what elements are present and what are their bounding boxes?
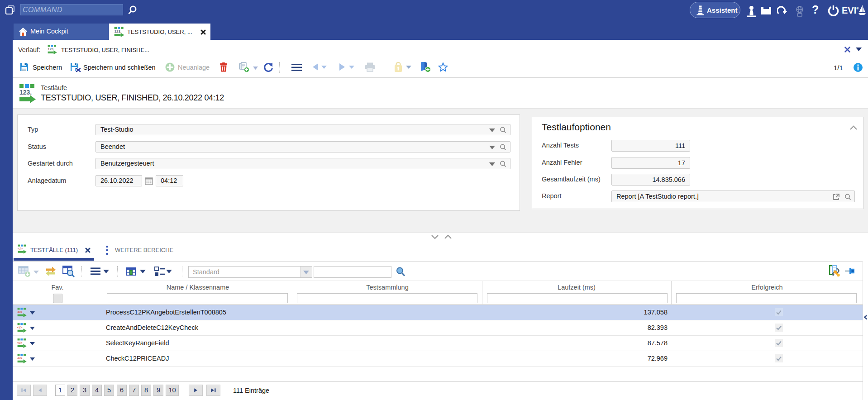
svg-text:</>: </> <box>18 247 23 251</box>
svg-text:123.: 123. <box>114 29 122 33</box>
svg-text:</>: </> <box>17 310 23 314</box>
svg-text:</>: </> <box>17 356 23 360</box>
svg-text:123.: 123. <box>48 47 54 51</box>
svg-text:</>: </> <box>17 341 23 345</box>
svg-text:123.: 123. <box>19 89 32 96</box>
svg-text:</>: </> <box>17 325 23 329</box>
